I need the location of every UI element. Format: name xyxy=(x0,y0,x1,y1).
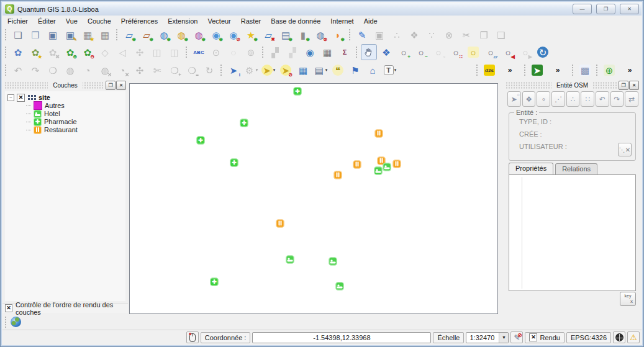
toolbar-drag-handle[interactable] xyxy=(4,316,7,328)
dxf2shp-converter[interactable]: d2s xyxy=(481,62,497,78)
add-osm-data[interactable]: ◗⊕ xyxy=(330,27,346,43)
entity-clear-button[interactable]: ⋱✕ xyxy=(618,143,632,156)
toolbar-drag-handle[interactable] xyxy=(4,64,7,76)
menu-fichier[interactable]: Fichier xyxy=(2,17,33,25)
map-canvas[interactable] xyxy=(129,83,498,314)
save-project[interactable]: ▣ xyxy=(45,27,61,43)
toolbar-drag-handle[interactable] xyxy=(185,46,188,58)
toolbar-drag-handle[interactable] xyxy=(524,64,527,76)
layer-item-site[interactable]: −✕site xyxy=(7,94,125,101)
osm-redo[interactable]: ↷ xyxy=(610,91,624,107)
osm-plugin-overflow[interactable]: » xyxy=(619,62,641,78)
marker-hotel[interactable] xyxy=(383,163,391,171)
refresh-map[interactable]: ↻ xyxy=(535,44,551,60)
scale-combo-arrow[interactable]: ▼ xyxy=(499,333,508,343)
osm-create-line[interactable]: ⋰ xyxy=(551,91,565,107)
toolbar-drag-handle[interactable] xyxy=(355,46,358,58)
dxf2shp-overflow[interactable]: » xyxy=(499,62,521,78)
pan-map[interactable] xyxy=(361,44,377,60)
marker-pharmacie[interactable] xyxy=(240,119,248,127)
add-raster-layer[interactable]: ▱⊕ xyxy=(138,27,155,43)
run-feature-action-dropdown[interactable]: ▾ xyxy=(256,68,258,73)
crs-status-button[interactable] xyxy=(613,331,625,343)
marker-pharmacie[interactable] xyxy=(294,88,302,96)
pan-to-selection[interactable]: ❖ xyxy=(378,44,394,60)
open-project[interactable]: ❒ xyxy=(27,27,43,43)
new-project[interactable]: ❏ xyxy=(10,27,26,43)
tab-relations[interactable]: Relations xyxy=(555,163,597,174)
add-mssql-layer[interactable]: ◍⊕ xyxy=(191,27,207,43)
save-project-as[interactable]: ▣✎ xyxy=(62,27,78,43)
osm-create-relation[interactable]: ∷ xyxy=(581,91,594,107)
mouse-position-toggle[interactable] xyxy=(186,331,199,343)
map-tips[interactable]: ❝ xyxy=(330,62,346,78)
toolbar-drag-handle[interactable] xyxy=(261,46,265,58)
zoom-full[interactable]: ○ xyxy=(465,44,481,60)
gps-tools[interactable]: ▮⊕ xyxy=(295,27,311,43)
zoom-in[interactable]: ○+ xyxy=(396,44,412,60)
legend-item-restaurant[interactable]: Restaurant xyxy=(26,126,125,133)
legend-item-autres[interactable]: Autres xyxy=(26,102,125,109)
zoom-to-layer[interactable]: ○▱ xyxy=(483,44,499,60)
osm-upload[interactable]: ⇄ xyxy=(625,91,638,107)
add-wms-layer[interactable]: ◉⊕ xyxy=(208,27,224,43)
remove-tag-button[interactable]: key x xyxy=(620,292,636,306)
osm-move-feature[interactable]: ❖ xyxy=(522,91,536,107)
restore-button[interactable]: ❐ xyxy=(596,4,615,14)
add-wfs-layer[interactable]: ◉⊘ xyxy=(225,27,242,43)
toolbar-drag-handle[interactable] xyxy=(571,64,574,76)
menu-couche[interactable]: Couche xyxy=(83,17,116,25)
deselect-all[interactable]: ➤⊘ xyxy=(278,62,294,78)
add-all-to-overview[interactable]: ✿★ xyxy=(27,44,43,60)
legend-item-hotel[interactable]: Hotel xyxy=(26,110,125,117)
marker-restaurant[interactable] xyxy=(393,160,401,168)
menu-editer[interactable]: Éditer xyxy=(33,17,61,25)
identify-features[interactable]: ➤i xyxy=(225,62,242,78)
show-all-layers[interactable]: ✿⊕ xyxy=(62,44,78,60)
menu-preferences[interactable]: Préférences xyxy=(116,17,163,25)
zoom-last[interactable]: ○◀ xyxy=(500,44,516,60)
add-vector-layer[interactable]: ▱⊕ xyxy=(121,27,137,43)
marker-hotel[interactable] xyxy=(374,167,383,175)
layer-checkbox-site[interactable]: ✕ xyxy=(17,94,25,102)
legend-item-pharmacie[interactable]: Pharmacie xyxy=(26,118,125,125)
marker-restaurant[interactable] xyxy=(353,161,361,169)
toolbar-drag-handle[interactable] xyxy=(4,46,7,58)
select-features[interactable]: ➤▾ xyxy=(260,62,276,78)
add-postgis-layer[interactable]: ◍⊕ xyxy=(156,27,172,43)
scale-combo[interactable]: 1:32470 ▼ xyxy=(466,332,509,343)
menu-extension[interactable]: Extension xyxy=(163,17,202,25)
open-attribute-table[interactable]: ▦ xyxy=(295,62,311,78)
render-checkbox[interactable]: ✕ xyxy=(529,333,537,341)
text-annotation[interactable]: T▾ xyxy=(382,62,398,78)
tab-proprietes[interactable]: Propriétés xyxy=(509,163,553,174)
crs-button[interactable]: EPSG:4326 xyxy=(566,332,611,343)
properties-table[interactable] xyxy=(509,174,636,291)
close-button[interactable]: ✕ xyxy=(620,4,639,14)
marker-restaurant[interactable] xyxy=(334,171,342,179)
hide-all-layers[interactable]: ✿⊖ xyxy=(79,44,96,60)
osm-float-button[interactable]: ❐ xyxy=(619,81,628,90)
tile-plugin[interactable]: ▦ xyxy=(319,44,335,60)
marker-pharmacie[interactable] xyxy=(197,137,205,145)
osm-create-point[interactable]: ∘ xyxy=(537,91,550,107)
zoom-to-selection[interactable]: ○∷ xyxy=(448,44,464,60)
new-shapefile-layer[interactable]: ★⊕ xyxy=(243,27,259,43)
osm-create-polygon[interactable]: ∴ xyxy=(566,91,580,107)
layers-float-button[interactable]: ❐ xyxy=(106,81,116,90)
marker-restaurant[interactable] xyxy=(375,130,383,138)
labeling[interactable]: ABC xyxy=(191,44,207,60)
marker-pharmacie[interactable] xyxy=(211,278,219,286)
toolbar-drag-handle[interactable] xyxy=(4,29,7,41)
toolbar-drag-handle[interactable] xyxy=(220,64,223,76)
db-manager[interactable]: ◍⊗ xyxy=(312,27,329,43)
marker-hotel[interactable] xyxy=(336,282,344,291)
minimize-button[interactable]: — xyxy=(573,4,592,14)
layer-order-checkbox[interactable]: ✕ xyxy=(5,304,12,312)
measure-dropdown[interactable]: ▾ xyxy=(325,68,328,73)
new-print-composer[interactable]: ▦★ xyxy=(79,27,96,43)
marker-restaurant[interactable] xyxy=(276,220,284,228)
toolbar-drag-handle[interactable] xyxy=(596,64,599,76)
add-delimited-text-layer[interactable]: ▤⊕ xyxy=(278,27,294,43)
add-to-overview[interactable]: ✿ xyxy=(10,44,26,60)
